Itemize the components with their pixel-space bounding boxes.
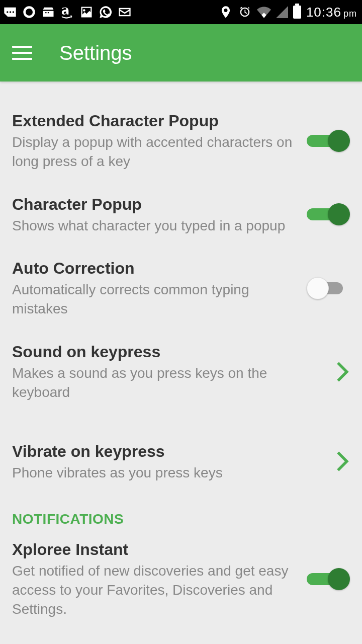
status-right: 10:36pm [219,5,357,20]
circle-icon [22,5,36,19]
toggle-extended-char-popup[interactable] [307,130,350,152]
setting-title: Sound on keypress [12,342,327,362]
location-icon [219,5,233,19]
setting-sound-on-keypress[interactable]: Sound on keypress Makes a sound as you p… [0,333,362,416]
setting-title: Vibrate on keypress [12,441,327,461]
amazon-icon [60,5,74,19]
setting-sub: Shows what character you typed in a popu… [12,216,299,235]
setting-vibrate-on-keypress[interactable]: Vibrate on keypress Phone vibrates as yo… [0,416,362,497]
setting-extended-char-popup[interactable]: Extended Character Popup Display a popup… [0,102,362,185]
setting-sub: Display a popup with accented characters… [12,133,299,171]
setting-title: Xploree Instant [12,539,299,559]
status-bar: 10:36pm [0,0,362,24]
chevron-right-icon [335,361,350,383]
setting-title: Character Popup [12,194,299,214]
setting-title: Auto Correction [12,258,299,278]
setting-character-popup[interactable]: Character Popup Shows what character you… [0,185,362,250]
toggle-auto-correction[interactable] [307,277,350,299]
toggle-character-popup[interactable] [307,203,350,225]
svg-point-0 [25,8,34,17]
battery-icon [293,6,301,19]
signal-icon [276,6,288,18]
setting-title: Extended Character Popup [12,111,299,131]
calendar-icon [41,5,55,19]
menu-button[interactable] [12,46,32,60]
toggle-xploree-instant[interactable] [307,568,350,590]
alarm-icon [238,5,252,19]
setting-sub: Makes a sound as you press keys on the k… [12,364,327,402]
setting-sub: Phone vibrates as you press keys [12,463,327,482]
page-title: Settings [59,42,132,64]
wifi-icon [257,5,271,19]
setting-xploree-instant[interactable]: Xploree Instant Get notified of new disc… [0,530,362,632]
settings-list[interactable]: Extended Character Popup Display a popup… [0,82,362,644]
section-notifications: NOTIFICATIONS [0,496,362,530]
mail-icon [118,5,132,19]
setting-sub: Get notified of new discoveries and get … [12,561,299,618]
photo-icon [79,5,94,19]
status-time: 10:36pm [306,5,357,20]
app-bar: Settings [0,24,362,82]
status-left [3,5,132,19]
chevron-right-icon [335,450,350,472]
whatsapp-icon [99,5,113,19]
more-notif-icon [3,5,17,19]
setting-sub: Automatically corrects common typing mis… [12,280,299,318]
setting-auto-correction[interactable]: Auto Correction Automatically corrects c… [0,249,362,333]
